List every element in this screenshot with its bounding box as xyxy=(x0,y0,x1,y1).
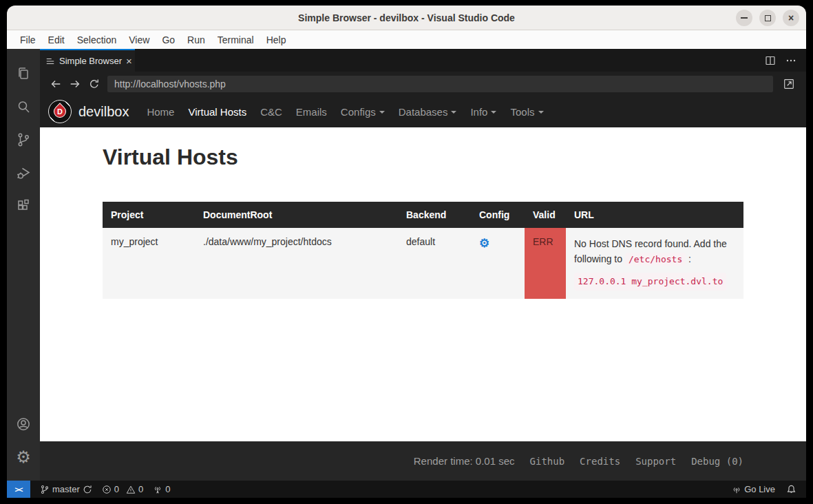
run-debug-icon[interactable] xyxy=(7,156,40,189)
nav-configs[interactable]: Configs xyxy=(336,106,390,118)
site-footer: Render time: 0.01 sec Github Credits Sup… xyxy=(40,441,806,481)
menubar: File Edit Selection View Go Run Terminal… xyxy=(7,30,806,49)
nav-home[interactable]: Home xyxy=(142,106,179,118)
account-icon[interactable] xyxy=(7,408,40,441)
nav-emails[interactable]: Emails xyxy=(291,106,332,118)
menu-selection[interactable]: Selection xyxy=(71,34,123,45)
menu-view[interactable]: View xyxy=(123,34,156,45)
chevron-down-icon xyxy=(379,111,385,114)
col-documentroot: DocumentRoot xyxy=(195,202,398,228)
nav-databases[interactable]: Databases xyxy=(394,106,462,118)
broadcast-icon xyxy=(732,485,741,494)
back-icon[interactable] xyxy=(50,78,62,90)
vhosts-table: Project DocumentRoot Backend Config Vali… xyxy=(103,202,743,299)
warning-count: 0 xyxy=(138,484,143,494)
window-controls: × xyxy=(736,6,799,30)
tab-simple-browser[interactable]: Simple Browser × xyxy=(40,49,135,72)
cell-config: ⚙ xyxy=(471,228,525,299)
radio-tower-icon xyxy=(153,485,162,494)
table-header-row: Project DocumentRoot Backend Config Vali… xyxy=(103,202,743,228)
col-project: Project xyxy=(103,202,195,228)
problems-status[interactable]: 0 0 xyxy=(102,484,143,494)
hosts-entry-code: 127.0.0.1 my_project.dvl.to xyxy=(574,273,726,291)
minimize-icon xyxy=(741,17,748,19)
go-live-label: Go Live xyxy=(744,484,775,494)
cell-project: my_project xyxy=(103,228,195,299)
close-icon: × xyxy=(788,13,794,23)
cell-docroot: ./data/www/my_project/htdocs xyxy=(195,228,398,299)
col-url: URL xyxy=(566,202,743,228)
chevron-down-icon xyxy=(538,111,544,114)
footer-link-github[interactable]: Github xyxy=(530,456,565,467)
valid-error-badge: ERR xyxy=(525,228,566,299)
menu-run[interactable]: Run xyxy=(181,34,211,45)
browser-toolbar xyxy=(40,72,806,96)
nav-info[interactable]: Info xyxy=(465,106,501,118)
tab-bar: Simple Browser × xyxy=(40,49,806,72)
status-bar: >< master 0 0 xyxy=(7,481,806,498)
devilbox-brand[interactable]: devilbox xyxy=(78,104,129,120)
devilbox-navbar: D devilbox Home Virtual Hosts C&C Emails… xyxy=(40,96,806,127)
nav-tools[interactable]: Tools xyxy=(505,106,548,118)
chevron-down-icon xyxy=(451,111,456,114)
cell-backend: default xyxy=(398,228,471,299)
split-editor-icon[interactable] xyxy=(765,55,776,66)
close-button[interactable]: × xyxy=(783,10,799,26)
ports-count: 0 xyxy=(165,484,170,494)
page-title: Virtual Hosts xyxy=(103,145,806,170)
chevron-down-icon xyxy=(491,111,496,114)
window-title: Simple Browser - devilbox - Visual Studi… xyxy=(7,12,806,23)
menu-edit[interactable]: Edit xyxy=(42,34,71,45)
nav-cnc[interactable]: C&C xyxy=(255,106,287,118)
notifications-bell-icon[interactable] xyxy=(786,484,796,494)
col-config: Config xyxy=(471,202,525,228)
gear-icon[interactable]: ⚙ xyxy=(479,237,489,250)
ports-status[interactable]: 0 xyxy=(153,484,170,494)
col-valid: Valid xyxy=(525,202,566,228)
page-content: Virtual Hosts Project DocumentRoot B xyxy=(40,127,806,441)
col-backend: Backend xyxy=(398,202,471,228)
branch-status[interactable]: master xyxy=(40,484,92,494)
sync-icon[interactable] xyxy=(83,485,92,494)
search-icon[interactable] xyxy=(7,90,40,123)
error-icon xyxy=(102,485,112,494)
cell-url: No Host DNS record found. Add the follow… xyxy=(566,228,743,299)
remote-indicator[interactable]: >< xyxy=(7,481,30,498)
explorer-icon[interactable] xyxy=(7,57,40,90)
go-live-button[interactable]: Go Live xyxy=(732,484,775,494)
minimize-button[interactable] xyxy=(736,10,752,26)
menu-help[interactable]: Help xyxy=(260,34,293,45)
tab-label: Simple Browser xyxy=(59,56,122,66)
table-row: my_project ./data/www/my_project/htdocs … xyxy=(103,228,743,299)
nav-virtual-hosts[interactable]: Virtual Hosts xyxy=(183,106,251,118)
menu-go[interactable]: Go xyxy=(156,34,181,45)
git-branch-icon xyxy=(40,485,50,494)
footer-link-support[interactable]: Support xyxy=(635,456,676,467)
browser-webview: D devilbox Home Virtual Hosts C&C Emails… xyxy=(40,96,806,481)
maximize-icon xyxy=(765,15,771,21)
extensions-icon[interactable] xyxy=(7,189,40,222)
activity-bar: ⚙ xyxy=(7,49,40,481)
footer-link-credits[interactable]: Credits xyxy=(580,456,620,467)
menu-file[interactable]: File xyxy=(14,34,42,45)
url-input[interactable] xyxy=(107,76,773,92)
more-actions-icon[interactable] xyxy=(785,55,796,66)
source-control-icon[interactable] xyxy=(7,123,40,156)
devilbox-logo-icon[interactable]: D xyxy=(48,100,72,123)
render-time: Render time: 0.01 sec xyxy=(414,455,515,467)
settings-gear-icon[interactable]: ⚙ xyxy=(7,441,40,474)
reload-icon[interactable] xyxy=(88,78,101,90)
list-icon xyxy=(45,56,55,66)
tab-close-icon[interactable]: × xyxy=(126,56,132,66)
warning-icon xyxy=(126,485,136,494)
maximize-button[interactable] xyxy=(759,10,776,26)
footer-link-debug[interactable]: Debug (0) xyxy=(691,456,743,467)
screen: Simple Browser - devilbox - Visual Studi… xyxy=(0,0,813,504)
open-external-icon[interactable] xyxy=(783,78,795,90)
branch-name: master xyxy=(52,484,80,494)
menu-terminal[interactable]: Terminal xyxy=(211,34,260,45)
etc-hosts-code: /etc/hosts xyxy=(625,253,686,266)
titlebar: Simple Browser - devilbox - Visual Studi… xyxy=(7,6,806,30)
forward-icon[interactable] xyxy=(69,78,81,90)
editor-actions xyxy=(765,49,806,72)
